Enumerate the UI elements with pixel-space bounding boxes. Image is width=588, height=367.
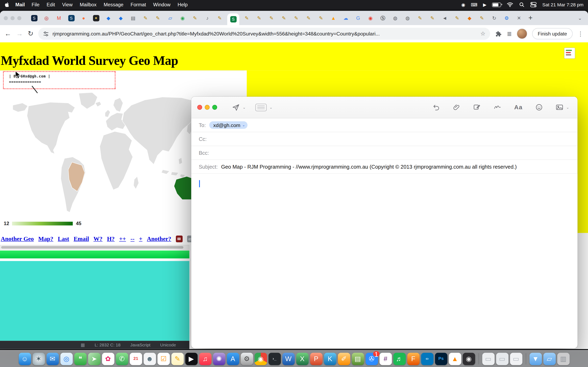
subject-field-row[interactable]: Subject: Geo Map - RJM Programming - //w…	[191, 160, 578, 174]
dock-photos[interactable]: ✿	[102, 352, 114, 365]
forward-button[interactable]: →	[16, 30, 23, 37]
keyboard-icon[interactable]: ⌨	[471, 2, 477, 7]
compose-titlebar[interactable]: ⌄ ⌄ Aa	[191, 97, 578, 118]
dock-documents-folder[interactable]: ▱	[543, 352, 556, 365]
browser-tab-20[interactable]: ✎	[267, 13, 277, 23]
control-center-icon[interactable]	[530, 2, 537, 8]
url-text[interactable]: rjmprogramming.com.au/PHP/GeoChart/geo_c…	[52, 31, 477, 37]
menu-file[interactable]: File	[32, 2, 39, 8]
bookmark-star-icon[interactable]: ☆	[480, 30, 485, 37]
recipient-token-chevron[interactable]: ⌄	[242, 123, 245, 127]
dock-terminal[interactable]: ›_	[268, 352, 281, 365]
browser-tab-13[interactable]: ◉	[178, 13, 188, 23]
menu-message[interactable]: Message	[104, 2, 123, 8]
page-link-5[interactable]: W?	[94, 235, 103, 242]
compose-zoom-button[interactable]	[212, 105, 217, 110]
page-link-4[interactable]: Email	[74, 235, 89, 242]
finish-update-button[interactable]: Finish update	[532, 28, 572, 39]
browser-tab-16[interactable]: ✎	[215, 13, 225, 23]
dock-app-store[interactable]: A	[227, 352, 239, 365]
browser-menu-icon[interactable]: ⋮	[578, 30, 584, 37]
dock-window-thumbnail-3[interactable]: ▭	[510, 352, 522, 365]
country-north-america[interactable]	[27, 102, 75, 154]
scrollbar-thumb[interactable]	[1, 246, 183, 249]
browser-tab-8[interactable]: ◆	[116, 13, 126, 23]
dock-word[interactable]: W	[282, 352, 295, 365]
header-fields-button[interactable]: ⌄	[256, 104, 273, 111]
page-link-2[interactable]: Map?	[38, 235, 53, 242]
format-button[interactable]: Aa	[514, 104, 522, 111]
extensions-icon[interactable]	[495, 30, 502, 37]
page-link-icon-1[interactable]: ✉	[176, 235, 182, 242]
photo-browser-button[interactable]: ⌄	[555, 103, 569, 111]
dock-zoom[interactable]: ✇1	[365, 352, 378, 365]
menubar-clock[interactable]: Sat 21 Mar 7:28 pm	[542, 2, 584, 7]
browser-tab-25[interactable]: ▲	[329, 13, 338, 23]
dock-numbers[interactable]: ▤	[352, 352, 364, 365]
send-button[interactable]	[232, 103, 240, 111]
browser-tab-38[interactable]: ↻	[489, 13, 499, 23]
markup-icon[interactable]	[473, 103, 481, 111]
dock-facetime[interactable]: ✆	[116, 352, 128, 365]
country-scandinavia[interactable]	[113, 98, 123, 112]
page-link-1[interactable]: Another Geo	[1, 235, 34, 242]
browser-tab-22[interactable]: ✎	[291, 13, 301, 23]
menu-format[interactable]: Format	[130, 2, 146, 8]
country-iceland[interactable]	[95, 101, 101, 107]
page-link-8[interactable]: --	[130, 235, 135, 242]
window-close-button[interactable]	[4, 16, 8, 20]
browser-tab-24[interactable]: ✎	[316, 13, 326, 23]
spotlight-icon[interactable]	[519, 2, 525, 8]
reload-button[interactable]: ↻	[28, 30, 34, 37]
dock-photoshop[interactable]: Ps	[435, 352, 447, 365]
dock-vlc[interactable]: ▲	[449, 352, 461, 365]
to-field-row[interactable]: To: xd@gh.com ⌄	[191, 118, 578, 132]
browser-tab-15[interactable]: ♪	[203, 13, 212, 23]
emoji-button[interactable]	[535, 103, 543, 111]
dock-window-thumbnail-2[interactable]: ▭	[496, 352, 508, 365]
menu-help[interactable]: Help	[178, 2, 188, 8]
browser-tab-31[interactable]: ◍	[403, 13, 413, 23]
country-alaska[interactable]	[13, 103, 27, 112]
browser-tab-36[interactable]: ◆	[465, 13, 475, 23]
browser-tab-26[interactable]: ☁	[341, 13, 351, 23]
dock-music[interactable]: ♫	[199, 352, 211, 365]
bcc-field-row[interactable]: Bcc:	[191, 146, 578, 160]
menu-edit[interactable]: Edit	[47, 2, 55, 8]
page-link-6[interactable]: H?	[107, 235, 115, 242]
dock-keynote[interactable]: K	[324, 352, 336, 365]
browser-tab-32[interactable]: ✎	[415, 13, 425, 23]
country-africa[interactable]	[100, 132, 133, 190]
tab-search-button[interactable]: ⌄	[578, 15, 582, 21]
dock-finder[interactable]: ☺	[18, 352, 31, 365]
country-indonesia-1[interactable]	[161, 170, 169, 174]
dock-notes[interactable]: ✎	[171, 352, 183, 365]
dock-tv[interactable]: ▶	[185, 352, 198, 365]
browser-tab-12[interactable]: ▱	[165, 13, 175, 23]
dock-maps[interactable]: ➤	[88, 352, 100, 365]
tune-icon[interactable]	[43, 31, 49, 37]
browser-tab-27[interactable]: G	[353, 13, 363, 23]
browser-tab-17[interactable]: S	[227, 13, 239, 25]
dock-firefox[interactable]: F	[407, 352, 420, 365]
browser-tab-34[interactable]: ◄	[440, 13, 450, 23]
signature-icon[interactable]	[493, 103, 502, 111]
browser-tab-11[interactable]: ✎	[153, 13, 163, 23]
browser-tab-1[interactable]: S	[29, 13, 39, 23]
menu-mailbox[interactable]: Mailbox	[80, 2, 96, 8]
page-link-3[interactable]: Last	[58, 235, 69, 242]
active-app-name[interactable]: Mail	[15, 2, 25, 8]
now-playing-icon[interactable]: ▶	[483, 2, 486, 7]
dock-downloads-folder[interactable]: ▼	[529, 352, 542, 365]
world-map[interactable]	[5, 90, 214, 220]
dock-vscode[interactable]: ‹›	[421, 352, 433, 365]
attach-icon[interactable]	[453, 103, 461, 111]
address-bar[interactable]: rjmprogramming.com.au/PHP/GeoChart/geo_c…	[38, 28, 490, 40]
country-greenland[interactable]	[79, 92, 98, 109]
dock-obs[interactable]: ◉	[463, 352, 475, 365]
back-button[interactable]: ←	[4, 30, 11, 37]
window-zoom-button[interactable]	[17, 16, 21, 20]
browser-tab-23[interactable]: ✎	[304, 13, 314, 23]
wifi-icon[interactable]	[507, 2, 513, 7]
dock-reminders[interactable]: ☑	[157, 352, 170, 365]
